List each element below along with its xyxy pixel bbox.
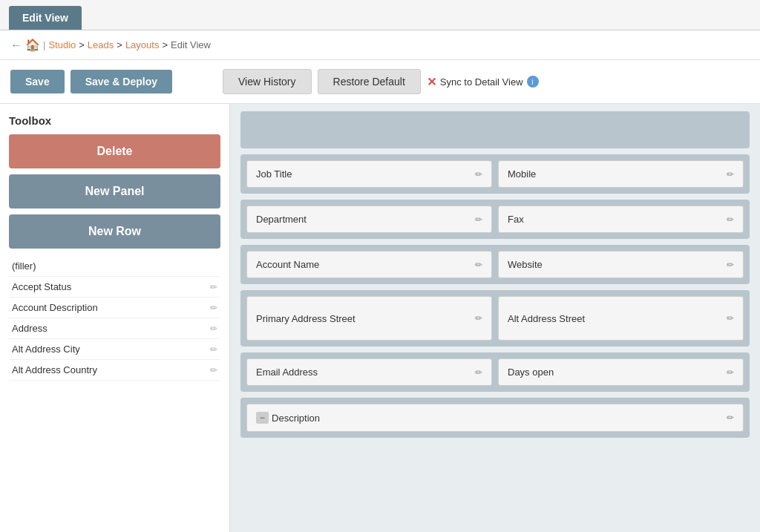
toolbar: Save Save & Deploy View History Restore … [0, 60, 760, 104]
toolbox-field-list: (filler) Accept Status ✏ Account Descrip… [9, 256, 220, 381]
mobile-field[interactable]: Mobile ✏ [498, 160, 744, 188]
edit-icon[interactable]: ✏ [727, 313, 734, 324]
sync-info-icon[interactable]: i [527, 76, 539, 88]
days-open-label: Days open [508, 367, 554, 378]
account-name-field[interactable]: Account Name ✏ [246, 251, 492, 278]
department-label: Department [256, 214, 307, 225]
edit-icon[interactable]: ✏ [727, 169, 734, 180]
edit-icon[interactable]: ✏ [210, 303, 217, 313]
description-field[interactable]: − Description ✏ [246, 404, 744, 432]
save-button[interactable]: Save [10, 70, 65, 93]
email-address-field[interactable]: Email Address ✏ [246, 358, 492, 386]
back-arrow-icon[interactable]: ← [10, 39, 22, 52]
toolbox-item-address[interactable]: Address ✏ [9, 318, 220, 339]
toolbox-title: Toolbox [9, 114, 220, 127]
alt-address-street-label: Alt Address Street [508, 313, 585, 324]
department-field[interactable]: Department ✏ [246, 206, 492, 233]
breadcrumb-leads[interactable]: Leads [88, 39, 114, 50]
edit-view-tab[interactable]: Edit View [9, 6, 82, 30]
website-label: Website [508, 259, 543, 270]
save-deploy-button[interactable]: Save & Deploy [71, 70, 172, 93]
edit-icon[interactable]: ✏ [727, 413, 734, 423]
toolbox-item-alt-address-city[interactable]: Alt Address City ✏ [9, 339, 220, 360]
form-section-5: Email Address ✏ Days open ✏ [240, 352, 750, 392]
restore-default-button[interactable]: Restore Default [318, 69, 421, 94]
email-address-label: Email Address [256, 367, 318, 378]
sync-x-icon: ✕ [427, 75, 436, 89]
edit-icon[interactable]: ✏ [475, 214, 482, 225]
job-title-label: Job Title [256, 168, 292, 180]
edit-icon[interactable]: ✏ [475, 169, 482, 180]
new-panel-button[interactable]: New Panel [9, 174, 220, 208]
toolbox-item-label: Alt Address City [12, 344, 80, 355]
form-row-5: Email Address ✏ Days open ✏ [246, 358, 744, 386]
toolbox-item-account-description[interactable]: Account Description ✏ [9, 298, 220, 318]
form-row-1: Job Title ✏ Mobile ✏ [246, 160, 744, 188]
form-section-3: Account Name ✏ Website ✏ [240, 245, 750, 284]
description-label-text: Description [272, 413, 320, 424]
toolbox-item-label: Account Description [12, 302, 98, 313]
edit-icon[interactable]: ✏ [727, 260, 734, 270]
form-section-4: Primary Address Street ✏ Alt Address Str… [240, 290, 750, 347]
main-content: Toolbox Delete New Panel New Row (filler… [0, 104, 760, 532]
sync-detail-view[interactable]: ✕ Sync to Detail View i [427, 75, 539, 89]
days-open-field[interactable]: Days open ✏ [498, 358, 744, 386]
breadcrumb-current: Edit View [171, 39, 211, 50]
form-row-4: Primary Address Street ✏ Alt Address Str… [246, 296, 744, 341]
delete-button[interactable]: Delete [9, 134, 220, 168]
sync-label-text: Sync to Detail View [440, 76, 523, 88]
primary-address-street-field[interactable]: Primary Address Street ✏ [246, 296, 492, 341]
toolbox-item-label: Accept Status [12, 281, 71, 292]
breadcrumb-arrow-2: > [117, 39, 122, 50]
top-section [240, 111, 750, 148]
edit-area: Job Title ✏ Mobile ✏ Department ✏ Fax ✏ [230, 104, 760, 532]
form-section-1: Job Title ✏ Mobile ✏ [240, 154, 750, 194]
edit-icon[interactable]: ✏ [727, 367, 734, 378]
view-history-button[interactable]: View History [223, 69, 312, 94]
job-title-field[interactable]: Job Title ✏ [246, 160, 492, 188]
edit-icon[interactable]: ✏ [210, 324, 217, 334]
primary-address-street-label: Primary Address Street [256, 313, 356, 324]
edit-icon[interactable]: ✏ [475, 313, 482, 324]
home-icon[interactable]: 🏠 [25, 38, 40, 52]
breadcrumb-layouts[interactable]: Layouts [125, 39, 160, 50]
top-tab-bar: Edit View [0, 0, 760, 30]
description-minus-button[interactable]: − [256, 412, 269, 424]
form-row-3: Account Name ✏ Website ✏ [246, 251, 744, 278]
mobile-label: Mobile [508, 168, 536, 180]
edit-icon[interactable]: ✏ [210, 365, 217, 375]
fax-label: Fax [508, 214, 524, 225]
account-name-label: Account Name [256, 259, 319, 270]
breadcrumb-arrow-1: > [79, 39, 85, 50]
edit-icon[interactable]: ✏ [210, 282, 217, 292]
breadcrumb-arrow-3: > [162, 39, 168, 50]
toolbox-item-label: Alt Address Country [12, 364, 97, 375]
alt-address-street-field[interactable]: Alt Address Street ✏ [498, 296, 744, 341]
toolbox-sidebar: Toolbox Delete New Panel New Row (filler… [0, 104, 230, 532]
toolbox-item-alt-address-country[interactable]: Alt Address Country ✏ [9, 360, 220, 381]
form-section-description: − Description ✏ [240, 398, 750, 438]
breadcrumb: ← 🏠 | Studio > Leads > Layouts > Edit Vi… [0, 30, 760, 60]
website-field[interactable]: Website ✏ [498, 251, 744, 278]
form-section-2: Department ✏ Fax ✏ [240, 200, 750, 239]
new-row-button[interactable]: New Row [9, 214, 220, 249]
breadcrumb-studio[interactable]: Studio [48, 39, 76, 50]
toolbox-item-accept-status[interactable]: Accept Status ✏ [9, 277, 220, 298]
breadcrumb-separator: | [43, 39, 45, 50]
edit-icon[interactable]: ✏ [727, 214, 734, 225]
fax-field[interactable]: Fax ✏ [498, 206, 744, 233]
toolbox-item-filler[interactable]: (filler) [9, 256, 220, 277]
edit-icon[interactable]: ✏ [475, 260, 482, 270]
edit-icon[interactable]: ✏ [210, 344, 217, 355]
description-label: − Description [256, 412, 320, 424]
toolbox-item-label: Address [12, 323, 48, 334]
edit-icon[interactable]: ✏ [475, 367, 482, 378]
toolbox-item-label: (filler) [12, 260, 36, 272]
form-row-2: Department ✏ Fax ✏ [246, 206, 744, 233]
